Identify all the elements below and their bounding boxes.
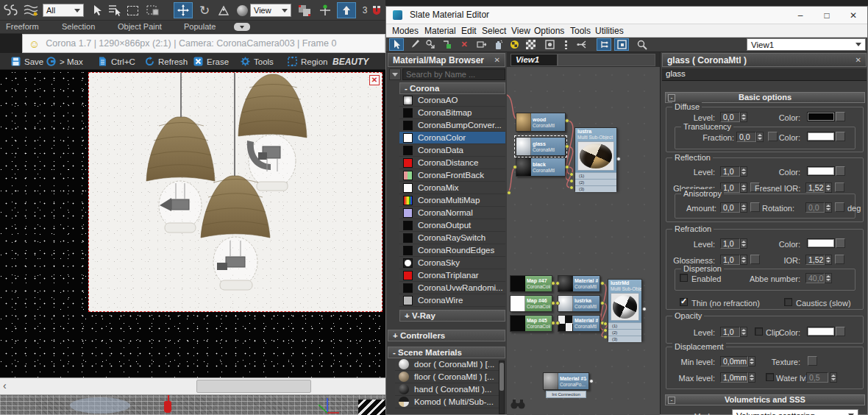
layout-children-button[interactable]: [597, 38, 611, 51]
reflection-level-field[interactable]: 1,0: [720, 166, 740, 177]
node-wood[interactable]: woodCoronaMtl: [516, 113, 566, 132]
select-by-name-button[interactable]: [106, 2, 124, 18]
ribbon-tab-populate[interactable]: Populate: [184, 22, 216, 31]
browser-item[interactable]: CoronaMultiMap: [399, 194, 505, 207]
displacement-texture-map-button[interactable]: [808, 356, 817, 366]
scene-material-item[interactable]: door ( CoronaMtl ) [...: [395, 358, 499, 371]
connector-dot[interactable]: [569, 179, 574, 183]
menu-options[interactable]: Options: [534, 26, 564, 36]
params-panel-header[interactable]: glass ( CoronaMtl ) ✕: [662, 53, 867, 67]
render-map-spraycan-button[interactable]: [491, 38, 505, 51]
browser-close-icon[interactable]: ✕: [494, 56, 500, 64]
water-level-checkbox[interactable]: [766, 373, 774, 381]
window-crossing-toggle[interactable]: [144, 2, 162, 18]
ribbon-tab-freeform[interactable]: Freeform: [6, 22, 39, 31]
browser-item[interactable]: CoronaBumpConver...: [399, 119, 505, 132]
node-input-slot[interactable]: (3): [575, 185, 616, 192]
use-pivot-point-center-button[interactable]: [296, 2, 313, 18]
anisotropy-rotation-map-button[interactable]: [835, 202, 844, 212]
browser-item[interactable]: CoronaOutput: [399, 219, 505, 232]
node-input-slot[interactable]: (3): [608, 336, 641, 342]
vfb-horizontal-scrollbar[interactable]: ‹: [0, 377, 385, 395]
connector-dot[interactable]: [555, 321, 560, 325]
search-input[interactable]: [402, 68, 505, 80]
material-name-field[interactable]: glass: [662, 68, 867, 81]
opacity-clip-checkbox[interactable]: [755, 327, 763, 336]
collapse-icon[interactable]: -: [668, 397, 675, 404]
scene-material-item[interactable]: floor ( CoronaMtl ) [...: [395, 371, 499, 383]
browser-panel-header[interactable]: Material/Map Browser ✕: [388, 53, 505, 67]
connector-dot-output[interactable]: [642, 307, 647, 311]
fresnel-ior-spinner[interactable]: [825, 182, 832, 193]
node-input-slot[interactable]: (2): [575, 179, 616, 185]
pick-material-eyedropper-button[interactable]: [407, 38, 421, 51]
browser-item[interactable]: CoronaDistance: [399, 157, 505, 169]
active-view-selector[interactable]: View1: [747, 38, 866, 51]
translucency-color-map-button[interactable]: [836, 132, 845, 141]
group-vray[interactable]: + V-Ray: [399, 310, 505, 322]
abbe-number-spinner[interactable]: [825, 273, 832, 283]
scene-list-scrollbar[interactable]: [499, 361, 505, 414]
browser-item[interactable]: CoronaRoundEdges: [399, 244, 505, 257]
select-and-rotate-button[interactable]: ↻: [196, 2, 213, 18]
browser-item[interactable]: CoronaMix: [399, 182, 505, 194]
menu-select[interactable]: Select: [482, 26, 506, 36]
group-corona[interactable]: - Corona: [399, 82, 505, 94]
zoom-tool-button[interactable]: [635, 38, 650, 51]
anisotropy-amount-spinner[interactable]: [740, 202, 747, 213]
rollout-volumetrics-sss[interactable]: - Volumetrics and SSS: [665, 394, 865, 405]
vfb-refresh-button[interactable]: Refresh: [144, 54, 188, 68]
refraction-level-spinner[interactable]: [740, 238, 747, 249]
connector-dot[interactable]: [565, 165, 569, 169]
close-button[interactable]: ✕: [842, 8, 864, 23]
vfb-region-button[interactable]: Region: [287, 54, 327, 68]
menu-view[interactable]: View: [511, 26, 530, 36]
selection-filter-dropdown[interactable]: All: [43, 4, 84, 17]
browser-item[interactable]: CoronaAO: [399, 94, 505, 107]
menu-edit[interactable]: Edit: [461, 26, 477, 36]
refraction-level-field[interactable]: 1,0: [720, 238, 740, 249]
node-multi-sub-object-2[interactable]: lustrMd Multi Sub-Object (1) (2) (3): [608, 279, 642, 341]
node-material14[interactable]: Material #14CoronaPo...: [543, 372, 589, 390]
node-map45[interactable]: Map #45CoronaColor: [510, 315, 552, 332]
opacity-color-map-button[interactable]: [836, 327, 845, 336]
vfb-beauty-pass-label[interactable]: BEAUTY: [332, 54, 369, 68]
vfb-to-max-button[interactable]: > Max: [46, 54, 83, 68]
reference-coordinate-dropdown[interactable]: View: [250, 4, 291, 17]
refraction-color-swatch[interactable]: [807, 238, 835, 248]
select-and-place-button[interactable]: [233, 2, 251, 18]
select-and-manipulate-button[interactable]: [316, 2, 334, 18]
reflection-glossiness-spinner[interactable]: [740, 182, 747, 193]
opacity-level-field[interactable]: 1,0: [720, 327, 740, 337]
background-checker-button[interactable]: [523, 38, 538, 51]
group-scene-materials[interactable]: - Scene Materials: [388, 347, 505, 358]
ribbon-minimize-dropdown-icon[interactable]: [234, 23, 250, 31]
water-level-spinner[interactable]: [830, 372, 837, 383]
anisotropy-rotation-spinner[interactable]: [825, 202, 832, 213]
displacement-min-field[interactable]: 0,0mm: [720, 356, 748, 366]
group-controllers[interactable]: + Controllers: [388, 330, 505, 341]
material-id-channel-button[interactable]: [507, 38, 522, 51]
connector-dot-output[interactable]: [616, 157, 621, 161]
browser-item[interactable]: CoronaTriplanar: [399, 269, 505, 282]
anisotropy-rotation-field[interactable]: 0,0: [805, 202, 825, 213]
node-graph-canvas[interactable]: woodCoronaMtl glassCoronaMtl blackCorona…: [507, 67, 660, 415]
opacity-level-spinner[interactable]: [740, 327, 747, 337]
node-multi-sub-object-1[interactable]: lustra Multi Sub-Object (1) (2) (3): [574, 127, 617, 191]
slate-titlebar[interactable]: Slate Material Editor – □ ✕: [386, 7, 867, 24]
node-input-slot[interactable]: (2): [608, 329, 641, 336]
connector-dot[interactable]: [569, 172, 574, 177]
menu-tools[interactable]: Tools: [570, 26, 591, 36]
opacity-color-swatch[interactable]: [807, 327, 835, 336]
menu-modes[interactable]: Modes: [392, 26, 419, 36]
snaps-magnet-icon[interactable]: [368, 2, 385, 18]
connector-dot[interactable]: [555, 301, 560, 305]
vfb-copy-button[interactable]: Ctrl+C: [97, 54, 135, 68]
corona-vfb-title-bar[interactable]: ☺ Corona 1.7 | 1290×866px (2:1) | Camera…: [22, 34, 385, 53]
connector-dot[interactable]: [565, 118, 569, 123]
rollout-basic-options[interactable]: - Basic options: [665, 92, 865, 103]
water-level-field[interactable]: 0,5: [806, 372, 828, 383]
select-and-move-button[interactable]: [174, 2, 193, 18]
connector-dot[interactable]: [603, 328, 608, 333]
dispersion-enabled-checkbox[interactable]: [680, 274, 688, 282]
